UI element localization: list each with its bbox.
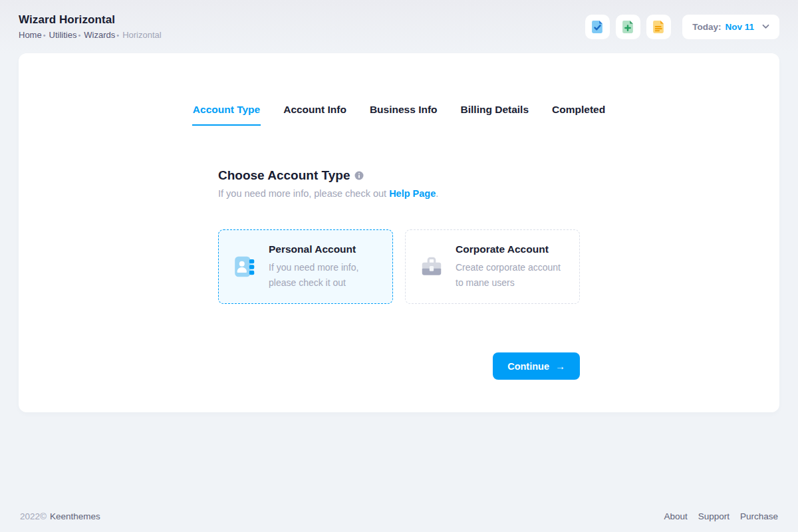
option-title: Personal Account — [269, 243, 358, 255]
option-description: Create corporate account to mane users — [456, 260, 561, 290]
footer: 2022© Keenthemes About Support Purchase — [0, 511, 798, 532]
breadcrumb-item-utilities[interactable]: Utilities — [49, 30, 77, 40]
footer-links: About Support Purchase — [664, 511, 778, 521]
section-heading: Choose Account Type — [218, 168, 580, 183]
page-title: Wizard Horizontal — [19, 13, 162, 27]
option-description-line: please check it out — [269, 275, 358, 290]
info-circle-icon[interactable] — [354, 171, 364, 180]
subtitle-text: If you need more info, please check out — [218, 188, 389, 199]
breadcrumb-separator: • — [78, 31, 80, 39]
toolbar: Wizard Horizontal Home • Utilities • Wiz… — [0, 0, 798, 53]
file-plus-icon — [621, 20, 635, 34]
continue-button[interactable]: Continue → — [493, 352, 580, 380]
wizard-steps: Account Type Account Info Business Info … — [192, 104, 606, 126]
step-content: Choose Account Type If you need more inf… — [218, 168, 580, 304]
step-completed[interactable]: Completed — [551, 104, 606, 126]
step-account-info[interactable]: Account Info — [283, 104, 347, 126]
help-page-link[interactable]: Help Page — [389, 188, 436, 199]
toolbar-actions: Today: Nov 11 — [585, 15, 779, 39]
page-heading: Wizard Horizontal Home • Utilities • Wiz… — [19, 13, 162, 40]
breadcrumb-separator: • — [116, 31, 119, 39]
option-description-line: If you need more info, — [269, 260, 358, 275]
step-business-info[interactable]: Business Info — [369, 104, 438, 126]
option-description-line: to mane users — [456, 275, 561, 290]
section-title: Choose Account Type — [218, 168, 350, 183]
account-type-options: Personal Account If you need more info, … — [218, 229, 580, 304]
option-personal-account[interactable]: Personal Account If you need more info, … — [218, 229, 393, 304]
option-description: If you need more info, please check it o… — [269, 260, 358, 290]
option-title: Corporate Account — [456, 243, 561, 255]
copyright-year: 2022© — [20, 511, 47, 521]
breadcrumb-item-wizards[interactable]: Wizards — [84, 30, 115, 40]
address-book-icon — [232, 254, 257, 279]
date-picker-button[interactable]: Today: Nov 11 — [682, 15, 779, 39]
option-text: Corporate Account Create corporate accou… — [456, 243, 561, 290]
wizard-actions: Continue → — [218, 352, 580, 380]
section-subtitle: If you need more info, please check out … — [218, 188, 580, 199]
subtitle-period: . — [436, 188, 438, 199]
briefcase-icon — [419, 254, 444, 279]
file-check-button[interactable] — [585, 15, 610, 39]
chevron-down-icon — [762, 24, 769, 29]
file-lines-button[interactable] — [646, 15, 671, 39]
company-link[interactable]: Keenthemes — [50, 511, 100, 521]
option-description-line: Create corporate account — [456, 260, 561, 275]
breadcrumb-item-home[interactable]: Home — [19, 30, 42, 40]
footer-copyright: 2022© Keenthemes — [20, 511, 100, 521]
continue-label: Continue — [507, 361, 549, 372]
breadcrumb: Home • Utilities • Wizards • Horizontal — [19, 30, 162, 40]
option-text: Personal Account If you need more info, … — [269, 243, 358, 290]
breadcrumb-separator: • — [43, 31, 46, 39]
footer-link-purchase[interactable]: Purchase — [740, 511, 778, 521]
step-billing-details[interactable]: Billing Details — [460, 104, 530, 126]
file-check-icon — [591, 20, 604, 34]
arrow-right-icon: → — [555, 361, 565, 371]
option-corporate-account[interactable]: Corporate Account Create corporate accou… — [405, 229, 580, 304]
date-picker-label: Today: — [692, 22, 721, 32]
footer-link-about[interactable]: About — [664, 511, 687, 521]
wizard-card: Account Type Account Info Business Info … — [19, 53, 779, 412]
date-picker-value: Nov 11 — [725, 22, 754, 32]
breadcrumb-current: Horizontal — [122, 30, 162, 40]
footer-link-support[interactable]: Support — [698, 511, 730, 521]
file-plus-button[interactable] — [616, 15, 640, 39]
file-lines-icon — [652, 20, 666, 34]
step-account-type[interactable]: Account Type — [192, 104, 261, 126]
